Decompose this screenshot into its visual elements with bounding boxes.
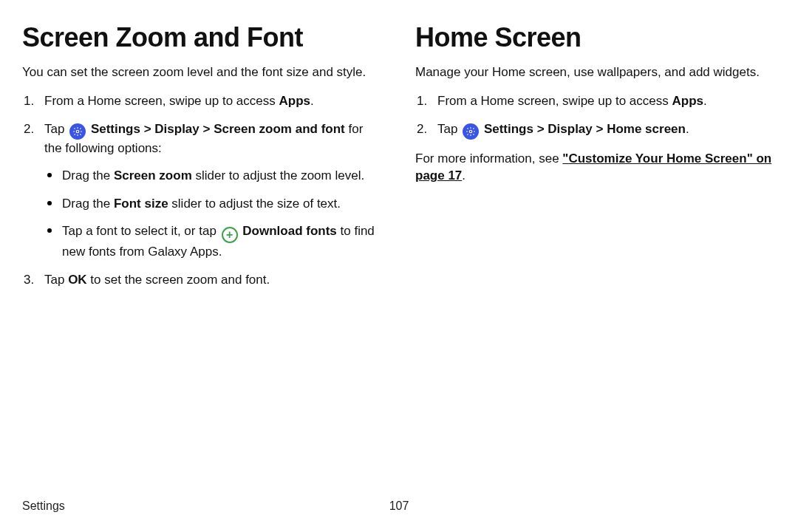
page-footer: Settings 107 bbox=[22, 499, 776, 513]
step-2-right: Tap Settings > Display > Home screen. bbox=[415, 120, 776, 140]
intro-left: You can set the screen zoom level and th… bbox=[22, 64, 383, 81]
bold-apps: Apps bbox=[672, 94, 703, 108]
bullet-download-fonts: Tap a font to select it, or tap + Downlo… bbox=[44, 222, 383, 260]
step-1-right: From a Home screen, swipe up to access A… bbox=[415, 92, 776, 109]
step-text: to set the screen zoom and font. bbox=[87, 273, 270, 287]
bullet-text: Tap a font to select it, or tap bbox=[62, 224, 220, 238]
right-column: Home Screen Manage your Home screen, use… bbox=[415, 22, 776, 299]
step-2-left: Tap Settings > Display > Screen zoom and… bbox=[22, 120, 383, 261]
left-column: Screen Zoom and Font You can set the scr… bbox=[22, 22, 383, 299]
step-text: Tap bbox=[44, 122, 68, 136]
bold-screen-zoom: Screen zoom bbox=[114, 168, 192, 183]
steps-right: From a Home screen, swipe up to access A… bbox=[415, 92, 776, 139]
bold-path: Settings > Display > Home screen bbox=[484, 122, 686, 136]
footer-page-number: 107 bbox=[389, 499, 409, 513]
step-1-left: From a Home screen, swipe up to access A… bbox=[22, 92, 383, 109]
bullet-text: slider to adjust the zoom level. bbox=[192, 168, 364, 183]
more-text: For more information, see bbox=[415, 151, 562, 166]
heading-home-screen: Home Screen bbox=[415, 22, 776, 53]
intro-right: Manage your Home screen, use wallpapers,… bbox=[415, 64, 776, 81]
settings-icon bbox=[69, 123, 86, 140]
svg-point-0 bbox=[76, 130, 79, 133]
plus-icon: + bbox=[222, 227, 238, 243]
more-text: . bbox=[462, 168, 466, 183]
bold-font-size: Font size bbox=[114, 197, 168, 211]
bullet-text: slider to adjust the size of text. bbox=[168, 197, 341, 211]
bold-path: Settings > Display > Screen zoom and fon… bbox=[91, 122, 345, 136]
steps-left: From a Home screen, swipe up to access A… bbox=[22, 92, 383, 288]
two-column-layout: Screen Zoom and Font You can set the scr… bbox=[22, 22, 776, 299]
step-text: From a Home screen, swipe up to access bbox=[44, 94, 279, 108]
svg-point-1 bbox=[469, 130, 472, 133]
bullet-text: Drag the bbox=[62, 197, 114, 211]
step-text: From a Home screen, swipe up to access bbox=[437, 94, 672, 108]
bold-download-fonts: Download fonts bbox=[242, 224, 336, 238]
bold-ok: OK bbox=[68, 273, 87, 287]
step-text: Tap bbox=[437, 122, 461, 136]
bullet-font-size: Drag the Font size slider to adjust the … bbox=[44, 195, 383, 212]
settings-icon bbox=[463, 123, 479, 140]
step-text: . bbox=[310, 94, 314, 108]
heading-screen-zoom-font: Screen Zoom and Font bbox=[22, 22, 383, 53]
step-text: Tap bbox=[44, 273, 68, 287]
bullets-left: Drag the Screen zoom slider to adjust th… bbox=[44, 167, 383, 260]
step-3-left: Tap OK to set the screen zoom and font. bbox=[22, 271, 383, 288]
bullet-text: Drag the bbox=[62, 168, 114, 183]
bold-apps: Apps bbox=[279, 94, 310, 108]
bullet-screen-zoom: Drag the Screen zoom slider to adjust th… bbox=[44, 167, 383, 184]
step-text: . bbox=[686, 122, 689, 136]
more-info-right: For more information, see "Customize You… bbox=[415, 150, 776, 185]
step-text: . bbox=[703, 94, 707, 108]
